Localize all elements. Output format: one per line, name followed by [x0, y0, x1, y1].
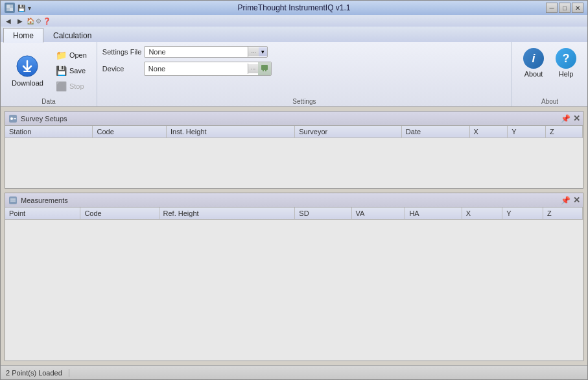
- save-button[interactable]: 💾 Save: [52, 64, 91, 78]
- survey-panel: Survey Setups 📌 ✕ Station Code Inst. Hei…: [5, 111, 583, 189]
- tab-home[interactable]: Home: [3, 28, 43, 43]
- about-button[interactable]: i About: [520, 45, 547, 81]
- save-icon: 💾: [56, 65, 67, 76]
- col-point: Point: [5, 208, 80, 220]
- main-content: Survey Setups 📌 ✕ Station Code Inst. Hei…: [1, 107, 587, 365]
- settings-file-combo[interactable]: None ··· ▾: [144, 46, 268, 58]
- settings-file-browse[interactable]: ···: [248, 47, 259, 56]
- pin-icon[interactable]: 📌: [561, 114, 570, 123]
- col-ref-height: Ref. Height: [159, 208, 295, 220]
- close-button[interactable]: ✕: [572, 3, 583, 13]
- col-code: Code: [93, 126, 166, 138]
- info-icon: i: [523, 48, 544, 69]
- back-button[interactable]: ◀: [3, 16, 14, 25]
- col-surveyor: Surveyor: [295, 126, 402, 138]
- survey-panel-title: Survey Setups: [21, 115, 561, 123]
- gear-icon: ⚙: [36, 18, 41, 25]
- tab-calculation[interactable]: Calculation: [43, 28, 101, 42]
- svg-rect-1: [10, 5, 13, 8]
- help-button[interactable]: ? Help: [552, 45, 580, 81]
- device-value: None: [145, 64, 248, 74]
- download-icon: [16, 54, 39, 78]
- app-icon: [5, 3, 15, 13]
- svg-rect-11: [9, 196, 17, 204]
- svg-rect-2: [6, 8, 10, 11]
- quick-dropdown[interactable]: ▾: [28, 5, 31, 12]
- download-button[interactable]: Download: [6, 51, 49, 90]
- col-z: Z: [545, 126, 582, 138]
- window-controls: ─ □ ✕: [546, 3, 583, 13]
- svg-rect-5: [23, 71, 31, 72]
- survey-table-header-row: Station Code Inst. Height Surveyor Date …: [5, 126, 583, 138]
- help-icon: ?: [556, 48, 576, 69]
- col-sd: SD: [295, 208, 351, 220]
- device-combo[interactable]: None ···: [144, 62, 272, 76]
- about-group: i About ? Help About: [512, 42, 587, 106]
- forward-button[interactable]: ▶: [15, 16, 25, 25]
- home-icon: 🏠: [27, 18, 34, 25]
- data-group-label: Data: [41, 98, 55, 105]
- col-mx: X: [462, 208, 502, 220]
- about-group-label: About: [541, 98, 558, 105]
- device-row: Device None ···: [102, 62, 506, 76]
- col-x: X: [469, 126, 508, 138]
- col-my: Y: [502, 208, 543, 220]
- svg-rect-0: [6, 5, 10, 8]
- settings-file-dropdown[interactable]: ▾: [259, 47, 267, 56]
- col-station: Station: [5, 126, 93, 138]
- measurements-header-row: Point Code Ref. Height SD VA HA X Y Z: [5, 208, 583, 220]
- minimize-button[interactable]: ─: [546, 3, 558, 13]
- settings-file-value: None: [145, 47, 248, 57]
- device-dropdown[interactable]: [258, 62, 271, 75]
- window-title: PrimeThought InstrumentIQ v1.1: [237, 3, 350, 12]
- measurements-panel-close[interactable]: ✕: [573, 195, 580, 205]
- data-group-content: Download 📁 Open 💾 Save ⬛ Stop: [6, 45, 91, 97]
- download-label: Download: [12, 79, 43, 87]
- stop-icon: ⬛: [56, 81, 67, 91]
- survey-table-wrapper[interactable]: Station Code Inst. Height Surveyor Date …: [5, 126, 583, 188]
- col-va: VA: [351, 208, 405, 220]
- help-circle-icon: ❓: [43, 18, 51, 25]
- main-window: 💾 ▾ PrimeThought InstrumentIQ v1.1 ─ □ ✕…: [0, 0, 588, 380]
- quick-access-toolbar: ◀ ▶ 🏠 ⚙ ❓: [1, 15, 587, 27]
- settings-file-row: Settings File None ··· ▾: [102, 46, 506, 58]
- svg-rect-8: [265, 70, 266, 71]
- measurements-panel-header: Measurements 📌 ✕: [5, 193, 583, 208]
- restore-button[interactable]: □: [559, 3, 570, 13]
- measurements-panel-icon: [8, 195, 18, 206]
- stop-button[interactable]: ⬛ Stop: [52, 79, 91, 93]
- ribbon-tabs: Home Calculation: [1, 27, 587, 42]
- title-bar-left: 💾 ▾: [5, 3, 31, 13]
- data-group: Download 📁 Open 💾 Save ⬛ Stop: [1, 42, 97, 106]
- svg-point-10: [10, 117, 13, 120]
- about-buttons: i About ? Help: [520, 45, 580, 81]
- small-buttons: 📁 Open 💾 Save ⬛ Stop: [52, 48, 91, 93]
- svg-rect-7: [263, 70, 264, 71]
- col-mz: Z: [543, 208, 583, 220]
- ribbon-content: Download 📁 Open 💾 Save ⬛ Stop: [1, 42, 587, 107]
- open-button[interactable]: 📁 Open: [52, 48, 91, 62]
- svg-rect-3: [10, 8, 13, 11]
- measurements-table-wrapper[interactable]: Point Code Ref. Height SD VA HA X Y Z: [5, 208, 583, 361]
- measurements-pin-icon[interactable]: 📌: [561, 196, 570, 205]
- measurements-table: Point Code Ref. Height SD VA HA X Y Z: [5, 208, 583, 220]
- col-date: Date: [401, 126, 469, 138]
- device-browse[interactable]: ···: [248, 64, 259, 73]
- title-bar: 💾 ▾ PrimeThought InstrumentIQ v1.1 ─ □ ✕: [1, 1, 587, 15]
- survey-panel-icon: [8, 113, 18, 124]
- status-bar: 2 Point(s) Loaded: [1, 365, 587, 379]
- quick-save-icon[interactable]: 💾: [18, 5, 25, 12]
- survey-panel-header: Survey Setups 📌 ✕: [5, 112, 583, 126]
- survey-panel-close[interactable]: ✕: [573, 113, 580, 123]
- settings-group-label: Settings: [102, 98, 506, 105]
- settings-file-label: Settings File: [102, 48, 142, 56]
- measurements-panel: Measurements 📌 ✕ Point Code Ref. Height …: [5, 193, 583, 361]
- col-code-m: Code: [80, 208, 159, 220]
- col-y: Y: [508, 126, 546, 138]
- svg-rect-6: [261, 65, 268, 70]
- settings-group: Settings File None ··· ▾ Device None ···: [97, 42, 512, 106]
- device-label: Device: [102, 65, 141, 73]
- col-inst-height: Inst. Height: [166, 126, 294, 138]
- folder-icon: 📁: [56, 50, 67, 60]
- status-text: 2 Point(s) Loaded: [6, 369, 69, 377]
